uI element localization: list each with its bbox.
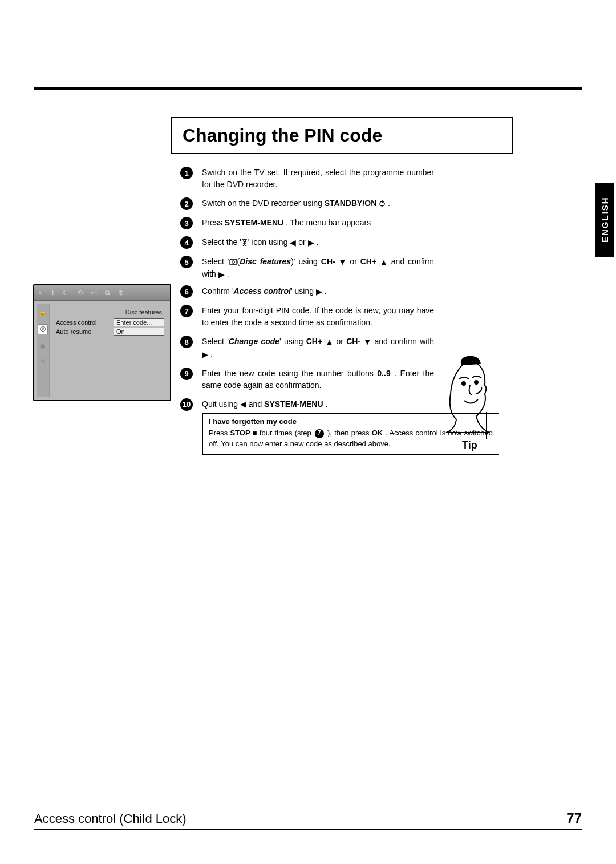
text: Select ' [202,337,229,346]
text: ), then press [325,429,372,437]
step: 5Select '(Disc features)' using CH- ▼ or… [180,256,434,281]
text: ' using [279,337,306,346]
text: and confirm with [371,337,434,346]
svg-point-9 [462,382,465,385]
text: ' icon using [248,237,290,247]
lock-icon: 🔒 [39,309,47,316]
osd-row-label: Auto resume [56,328,110,335]
step-number-bullet: 4 [180,236,193,249]
osd-row-label: Access control [56,319,110,326]
text: . The menu bar appears [283,218,371,227]
tip-body: Press STOP ■ four times (step 7 ), then … [209,428,493,450]
left-icon: ◀ [240,399,246,409]
step-text: Select 'Change code' using CH+ ▲ or CH- … [202,336,434,361]
text: )' using [291,257,321,266]
bold-text: OK [372,429,383,437]
osd-icon: ♀ [38,289,43,297]
step-text: Enter the new code using the number butt… [202,368,434,391]
step-text: Confirm 'Access control' using ▶ . [202,285,434,298]
text: . [208,349,213,358]
right-icon: ▶ [218,269,225,278]
steps-block-1: 1Switch on the TV set. If required, sele… [180,167,434,288]
disc-icon [229,257,237,266]
left-icon: ◀ [290,237,296,247]
step: 2Switch on the DVD recorder using STANDB… [180,197,434,210]
section-title: Changing the PIN code [183,125,502,146]
text: Confirm ' [202,286,234,296]
step-number-bullet: 2 [180,197,193,210]
tip-title: I have forgotten my code [209,417,493,426]
section-title-box: Changing the PIN code [171,117,513,154]
step-text: Switch on the DVD recorder using STANDBY… [202,197,434,209]
svg-line-5 [243,245,245,246]
text: or [346,257,360,266]
emphasis-text: Access control [234,286,291,296]
text: Enter your four-digit PIN code. If the c… [202,306,434,327]
step-text: Quit using ◀ and SYSTEM-MENU . [202,398,434,411]
footer-page-number: 77 [566,810,582,826]
text: Press [202,218,225,227]
osd-row: Access controlEnter code... [56,318,164,327]
osd-icon: ☾ [63,289,69,297]
text: Select ' [202,257,229,266]
right-icon: ▶ [316,286,322,296]
text: Press [209,429,230,437]
step-number-bullet: 10 [180,398,193,411]
step: 7Enter your four-digit PIN code. If the … [180,305,434,329]
text: Quit using [202,399,240,409]
osd-row-value: Enter code... [114,318,164,326]
footer-section-title: Access control (Child Lock) [34,811,187,826]
power-icon [379,199,386,208]
text: Switch on the TV set. If required, selec… [202,168,434,189]
step-number-bullet: 3 [180,217,193,229]
text: ' using [291,286,316,296]
osd-icon: ▭ [91,289,97,297]
right-icon: ▶ [202,349,208,358]
osd-topbar: ♀ T ☾ ⟲ ▭ ⧉ ⊕ [34,285,170,301]
text: . [314,237,319,247]
text: four times (step [257,429,314,437]
steps-block-2: 6Confirm 'Access control' using ▶ .7Ente… [180,285,434,418]
step: 10Quit using ◀ and SYSTEM-MENU . [180,398,434,411]
svg-line-6 [245,245,246,246]
text: Enter the new code using the number butt… [202,369,377,378]
bold-text: CH- [321,257,335,266]
step-number-bullet: 6 [180,285,193,298]
osd-icon: ⊕ [118,289,124,297]
text: . [225,269,229,278]
text: Switch on the DVD recorder using [202,199,325,208]
up-icon: ▲ [380,257,388,266]
step-text: Select the '' icon using ◀ or ▶ . [202,236,434,249]
step-ref-bullet: 7 [315,429,324,438]
emphasis-text: Disc features [240,257,291,266]
step-text: Press SYSTEM-MENU . The menu bar appears [202,217,434,229]
up-icon: ▲ [325,337,333,346]
svg-point-10 [475,381,478,384]
bold-text: STOP [230,429,250,437]
page-footer: Access control (Child Lock) 77 [34,810,582,830]
text: . [322,286,327,296]
step-text: Switch on the TV set. If required, selec… [202,167,434,191]
bold-text: STANDBY/ON [325,199,377,208]
osd-icon: T [51,289,55,297]
step-text: Select '(Disc features)' using CH- ▼ or … [202,256,434,281]
step-number-bullet: 9 [180,368,193,380]
wrench-icon: ✎ [40,358,46,365]
bold-text: CH+ [306,337,322,346]
osd-side-icons: 🔒 ⦿ ◉ ✎ [37,304,50,397]
step-number-bullet: 8 [180,336,193,348]
bold-text: CH- [346,337,360,346]
bold-text: 0..9 [377,369,390,378]
bold-text: SYSTEM-MENU [225,218,283,227]
disc-icon: ⦿ [38,324,48,334]
tip-label: Tip [462,439,477,451]
language-tab: ENGLISH [595,183,614,257]
osd-icon: ⟲ [77,289,83,297]
down-icon: ▼ [339,257,347,266]
osd-heading: Disc features [56,309,164,318]
down-icon: ▼ [363,337,371,346]
dot-icon: ◉ [40,342,46,350]
svg-point-8 [232,261,234,263]
step: 8Select 'Change code' using CH+ ▲ or CH-… [180,336,434,361]
text: or [333,337,346,346]
